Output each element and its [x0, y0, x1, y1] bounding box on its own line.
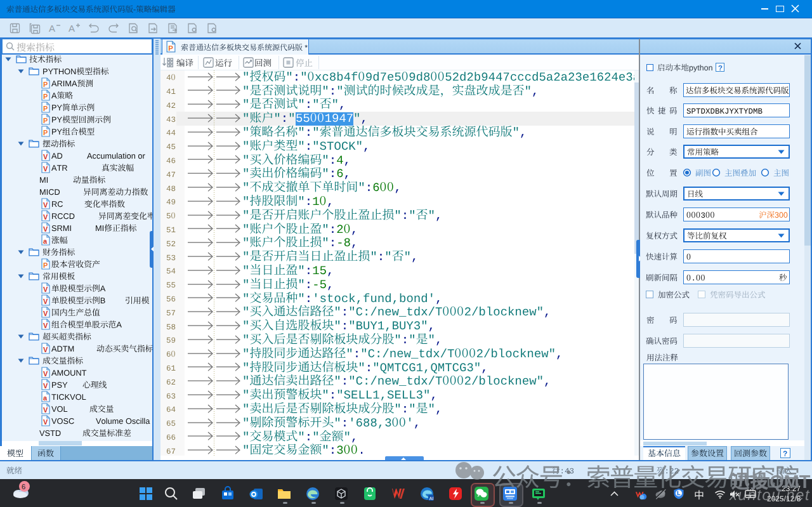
svg-text:V: V	[43, 153, 48, 161]
svg-text:P: P	[43, 93, 48, 100]
svg-text:6: 6	[22, 483, 25, 491]
svg-text:P: P	[43, 117, 48, 124]
svg-text:V: V	[43, 310, 48, 317]
svg-text:P: P	[43, 81, 48, 88]
svg-text:A: A	[49, 23, 55, 34]
svg-text:a: a	[43, 394, 48, 402]
svg-text:AI: AI	[429, 496, 434, 501]
svg-text:V: V	[43, 286, 48, 293]
svg-text:V: V	[43, 165, 48, 173]
svg-text:V: V	[43, 298, 48, 305]
svg-text:V: V	[43, 406, 48, 414]
svg-text:P: P	[43, 129, 48, 136]
svg-text:V: V	[43, 346, 48, 353]
svg-text:V: V	[43, 213, 48, 221]
svg-text:V: V	[43, 225, 48, 233]
svg-text:V: V	[43, 370, 48, 378]
svg-text:a: a	[43, 237, 48, 245]
svg-text:V: V	[43, 201, 48, 209]
svg-text:P: P	[168, 44, 173, 52]
svg-text:P: P	[43, 105, 48, 112]
svg-text:V: V	[43, 322, 48, 329]
svg-text:A: A	[69, 23, 75, 34]
svg-text:V: V	[43, 382, 48, 390]
svg-text:P: P	[43, 261, 48, 269]
svg-text:V: V	[43, 418, 48, 426]
